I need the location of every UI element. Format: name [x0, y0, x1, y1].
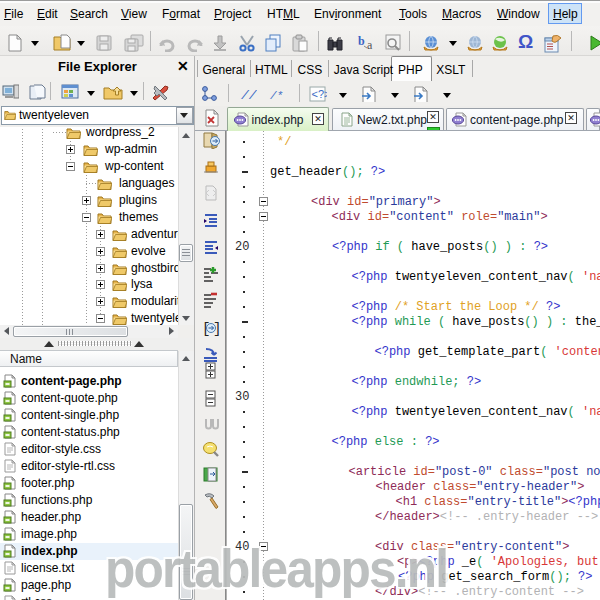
- svg-text:/*: /*: [270, 90, 283, 102]
- svg-text:a: a: [367, 38, 373, 52]
- svg-text:<?>: <?>: [312, 88, 328, 100]
- svg-text://: //: [241, 88, 257, 102]
- svg-text:b: b: [358, 34, 365, 48]
